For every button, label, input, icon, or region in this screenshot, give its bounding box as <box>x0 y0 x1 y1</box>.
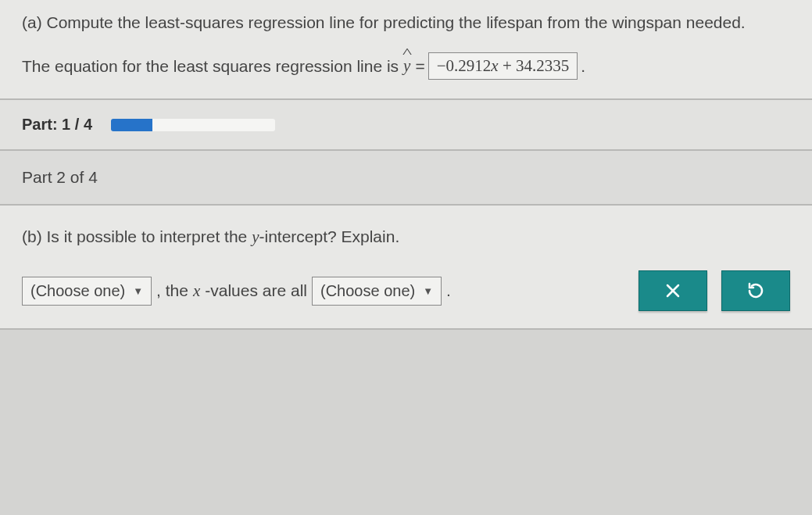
action-buttons <box>639 270 790 311</box>
reset-icon <box>746 281 765 300</box>
close-icon <box>664 282 681 299</box>
y-hat-symbol: y <box>402 56 412 76</box>
dropdown-1-label: (Choose one) <box>30 282 125 300</box>
progress-section: Part: 1 / 4 <box>0 100 812 151</box>
progress-fill <box>111 119 152 131</box>
answer-row: (Choose one) ▼ , the x-values are all (C… <box>22 270 790 311</box>
equals-sign: = <box>415 57 424 76</box>
equation-period: . <box>581 57 585 76</box>
part-2-header: Part 2 of 4 <box>0 151 812 206</box>
equation-prefix: The equation for the least squares regre… <box>22 57 399 76</box>
mid-text-1: , the <box>156 281 188 300</box>
part-a-question: (a) Compute the least-squares regression… <box>22 11 790 34</box>
part-b-section: (b) Is it possible to interpret the y-in… <box>0 206 812 330</box>
dropdown-1[interactable]: (Choose one) ▼ <box>22 277 152 306</box>
intercept-value: + 34.2335 <box>499 56 570 75</box>
answer-left: (Choose one) ▼ , the x-values are all (C… <box>22 277 451 306</box>
x-variable-text: x <box>193 281 200 301</box>
part-a-section: (a) Compute the least-squares regression… <box>0 0 812 100</box>
dropdown-2-label: (Choose one) <box>320 282 415 300</box>
equation-line: The equation for the least squares regre… <box>22 52 790 80</box>
regression-answer-box: −0.2912x + 34.2335 <box>428 52 578 80</box>
x-variable: x <box>491 56 498 75</box>
dropdown-2[interactable]: (Choose one) ▼ <box>312 277 442 306</box>
clear-button[interactable] <box>639 270 707 311</box>
answer-period: . <box>446 281 451 300</box>
progress-bar <box>111 119 275 131</box>
reset-button[interactable] <box>721 270 790 311</box>
question-b-post: -intercept? Explain. <box>259 227 399 245</box>
progress-label: Part: 1 / 4 <box>22 116 92 134</box>
part-b-question: (b) Is it possible to interpret the y-in… <box>22 227 790 247</box>
chevron-down-icon: ▼ <box>133 285 143 297</box>
chevron-down-icon: ▼ <box>423 285 433 297</box>
mid-text-2: -values are all <box>205 281 307 300</box>
coefficient: −0.2912 <box>437 56 492 75</box>
question-b-pre: (b) Is it possible to interpret the <box>22 227 252 245</box>
